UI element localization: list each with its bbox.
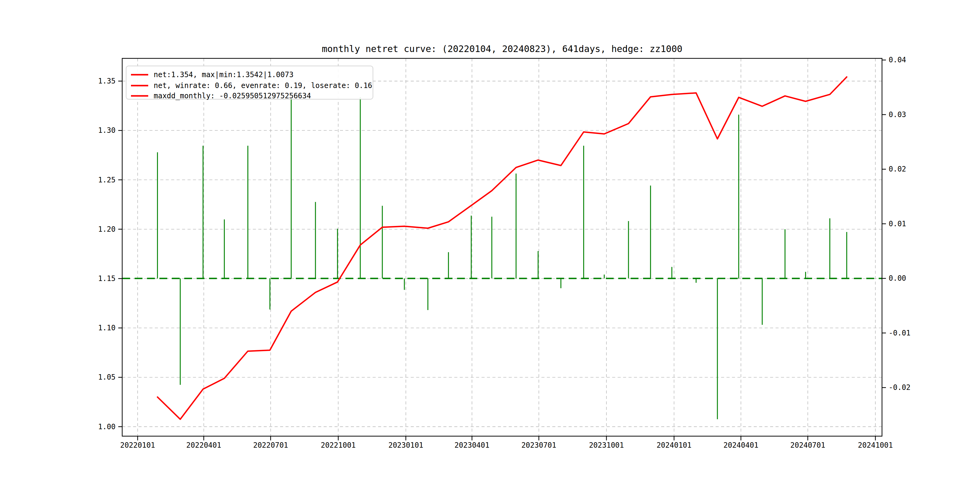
x-tick-label: 20231001	[589, 441, 624, 449]
x-tick-label: 20241001	[858, 441, 893, 449]
left-tick-label: 1.10	[98, 324, 116, 332]
right-tick-label: 0.02	[889, 165, 906, 173]
x-tick-label: 20230101	[388, 441, 423, 449]
plot-border	[122, 58, 882, 436]
left-tick-label: 1.00	[98, 423, 116, 431]
left-tick-label: 1.30	[98, 126, 116, 135]
x-tick-label: 20230701	[522, 441, 557, 449]
x-tick-label: 20230401	[455, 441, 490, 449]
x-tick-label: 20220101	[120, 441, 155, 449]
netret-chart: 2022010120220401202207012022100120230101…	[0, 0, 980, 490]
right-tick-label: 0.00	[889, 274, 906, 283]
x-tick-label: 20220701	[253, 441, 288, 449]
right-tick-label: 0.04	[889, 56, 906, 64]
chart-title: monthly netret curve: (20220104, 2024082…	[322, 43, 682, 54]
left-tick-label: 1.25	[98, 176, 116, 184]
axes-layer: 2022010120220401202207012022100120230101…	[98, 56, 910, 449]
x-tick-label: 20240701	[790, 441, 826, 449]
x-tick-label: 20240401	[724, 441, 759, 449]
right-tick-label: -0.01	[889, 329, 910, 337]
net-line	[158, 77, 847, 419]
legend-entry-maxdd: maxdd_monthly: -0.025950512975256634	[154, 92, 311, 100]
legend-entry-winrate: net, winrate: 0.66, evenrate: 0.19, lose…	[154, 81, 372, 90]
x-tick-label: 20220401	[186, 441, 221, 449]
legend-entry-net: net:1.354, max|min:1.3542|1.0073	[154, 70, 293, 79]
left-tick-label: 1.20	[98, 225, 116, 234]
x-tick-label: 20221001	[321, 441, 356, 449]
x-tick-label: 20240101	[657, 441, 692, 449]
left-tick-label: 1.35	[98, 77, 116, 85]
right-tick-label: -0.02	[889, 383, 910, 392]
left-tick-label: 1.15	[98, 274, 116, 283]
left-tick-label: 1.05	[98, 373, 116, 382]
right-tick-label: 0.01	[889, 220, 906, 228]
right-tick-label: 0.03	[889, 110, 906, 119]
return-bars-layer	[158, 97, 847, 419]
net-line-layer	[158, 77, 847, 419]
legend: net:1.354, max|min:1.3542|1.0073 net, wi…	[126, 66, 373, 100]
grid-layer	[122, 58, 882, 436]
